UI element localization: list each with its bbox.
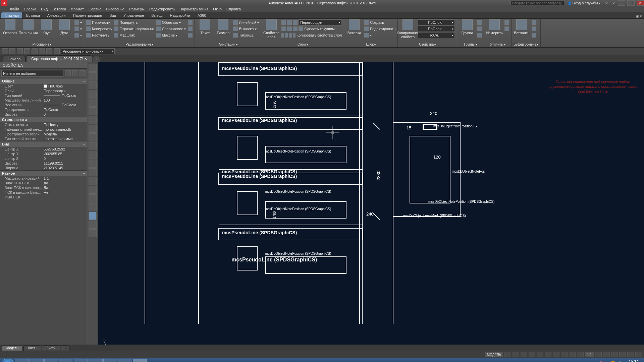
tool-mtext[interactable] (89, 221, 97, 229)
tool-insert[interactable] (89, 160, 97, 168)
prop-plottable[interactable]: Таблица стилей печ...monochrome.ctb (0, 127, 87, 132)
group-tool-3[interactable] (477, 32, 482, 38)
layout-tab-model[interactable]: Модель (2, 345, 23, 351)
tool-line[interactable] (89, 64, 97, 72)
prop-width[interactable]: Ширина21023.5145 (0, 166, 87, 170)
util-tool-1[interactable] (504, 19, 509, 25)
workspace-dropdown[interactable]: Рисование и аннотации (61, 48, 115, 54)
selection-dropdown[interactable]: Ничего не выбрано (1, 70, 63, 77)
prop-thickness[interactable]: Высота0 (0, 112, 87, 117)
layer-properties-button[interactable]: Свойства слоя (263, 19, 279, 39)
props-group-view[interactable]: Вид (0, 141, 87, 147)
clip-tool-1[interactable] (532, 19, 536, 25)
block-tool[interactable]: ▾ (364, 32, 395, 38)
tool-hatch[interactable] (89, 186, 97, 194)
status-otrack[interactable] (545, 352, 551, 357)
group-tool-1[interactable] (477, 19, 482, 25)
menu-window[interactable]: Окно (213, 7, 222, 11)
props-group-misc[interactable]: Разное (0, 170, 87, 176)
help-icon[interactable]: ? (611, 1, 616, 5)
insert-block-button[interactable]: Вставка (346, 19, 362, 35)
draw-flyout-2[interactable]: ▾ (74, 26, 82, 32)
qat-open[interactable] (9, 48, 15, 54)
prop-ucsicon[interactable]: Знак ПСК ВКЛДа (0, 181, 87, 185)
ribbon-group-groups-title[interactable]: Группы (459, 42, 482, 47)
clip-tool-2[interactable] (532, 26, 536, 32)
edit-block-button[interactable]: Редактировать (364, 26, 395, 32)
tab-add[interactable]: + (93, 56, 100, 62)
prop-centery[interactable]: Центр Y-902055.85 (0, 152, 87, 156)
task-autocad[interactable] (133, 359, 147, 362)
tray-clock[interactable]: 15:3727.01.2017 (624, 359, 643, 362)
paste-button[interactable]: Вставить (514, 19, 530, 35)
status-scale[interactable]: 1:1 (585, 352, 594, 357)
status-hardware[interactable] (619, 352, 626, 357)
prop-color[interactable]: ЦветПоСлою (0, 84, 87, 88)
prop-plottype[interactable]: Тип стилей печатиЦветозависимые (0, 136, 87, 141)
status-annoscale[interactable] (595, 352, 602, 357)
status-cycling[interactable] (569, 352, 576, 357)
restore-button[interactable]: ❐ (627, 0, 635, 6)
ribbon-tab-manage[interactable]: Управление (120, 12, 147, 18)
ribbon-group-clip-title[interactable]: Буфер обмена (514, 42, 538, 47)
prop-annoscale[interactable]: Масштаб аннотаций1:1 (0, 176, 87, 181)
task-firefox[interactable] (74, 359, 88, 362)
prop-centerz[interactable]: Центр Z0 (0, 156, 87, 161)
rotate-button[interactable]: Повернуть (114, 19, 154, 25)
tool-revcloud[interactable] (89, 125, 97, 133)
select-objects-button[interactable] (79, 70, 86, 76)
menu-parametric[interactable]: Параметризация (179, 7, 208, 11)
layer-state-icon-3[interactable] (293, 20, 298, 25)
ribbon-group-utils-title[interactable]: Утилиты (486, 42, 509, 47)
tool-rectangle[interactable] (89, 99, 97, 107)
minimize-button[interactable]: — (618, 0, 625, 6)
layout-tab-add[interactable]: + (61, 345, 69, 351)
signin-link[interactable]: 👤 Вход в службы ▾ (566, 1, 602, 5)
task-word[interactable] (89, 359, 103, 362)
dimension-button[interactable]: Размер (215, 19, 231, 35)
arc-button[interactable]: Дуга (56, 19, 72, 35)
props-group-general[interactable]: Общие (0, 78, 87, 84)
move-button[interactable]: Перенести (86, 19, 112, 25)
ribbon-tab-home[interactable]: Главная (1, 12, 22, 18)
stretch-button[interactable]: Растянуть (86, 32, 112, 38)
measure-button[interactable]: Измерить (486, 19, 502, 35)
tool-polyline[interactable] (89, 81, 97, 89)
color-dropdown[interactable]: ПоСлою (418, 19, 455, 25)
task-excel[interactable] (103, 359, 117, 362)
qat-saveas[interactable] (24, 48, 30, 54)
quick-select-button[interactable] (65, 70, 71, 76)
tool-region[interactable] (89, 203, 97, 211)
ribbon-group-annotate-title[interactable]: Аннотации (197, 42, 259, 47)
ribbon-tab-a360[interactable]: A360 (194, 12, 210, 18)
prop-height[interactable]: Высота11199.0211 (0, 161, 87, 166)
ribbon-group-draw-title[interactable]: Рисование (2, 42, 82, 47)
status-grid[interactable] (504, 352, 511, 357)
prop-plotstyle[interactable]: Стиль печатиПоЦвету (0, 122, 87, 127)
qat-undo[interactable] (39, 48, 45, 54)
status-model[interactable]: МОДЕЛЬ (485, 352, 503, 357)
status-ortho[interactable] (521, 352, 527, 357)
tab-current-file[interactable]: Сертолово лифты 20.01.2017* ✕ (26, 55, 92, 62)
task-outlook[interactable] (59, 359, 73, 362)
status-transparency[interactable] (561, 352, 568, 357)
menu-dimension[interactable]: Размеры (129, 7, 145, 11)
task-explorer[interactable] (44, 359, 58, 362)
prop-ucsorigin[interactable]: Знак ПСК в нач. коо...Да (0, 185, 87, 190)
prop-centerx[interactable]: Центр X562758.2592 (0, 147, 87, 152)
status-custom[interactable] (635, 352, 642, 357)
array-button[interactable]: Массив▾ (156, 32, 186, 38)
prop-layer[interactable]: СлойПерегородки (0, 88, 87, 93)
table-button[interactable]: Таблица (233, 32, 259, 38)
tool-gradient[interactable] (89, 194, 97, 202)
qat-redo[interactable] (46, 48, 52, 54)
fillet-button[interactable]: Сопряжение▾ (156, 26, 186, 32)
linear-dim-button[interactable]: Линейный▾ (233, 19, 259, 25)
exchange-icon[interactable]: ✕ (604, 1, 609, 5)
help-search-input[interactable] (511, 1, 564, 5)
layout-tab-2[interactable]: Лист2 (42, 345, 60, 351)
current-layer-dropdown[interactable]: Перегородки (299, 19, 342, 25)
menu-file[interactable]: Файл (10, 7, 19, 11)
props-group-plot[interactable]: Стиль печати (0, 117, 87, 122)
group-button[interactable]: Группа (459, 19, 475, 35)
